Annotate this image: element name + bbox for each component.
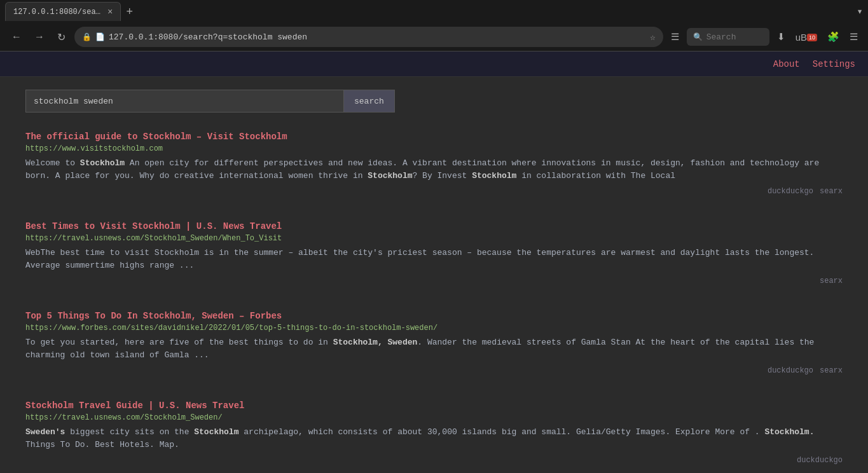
result-title[interactable]: Top 5 Things To Do In Stockholm, Sweden …	[25, 311, 843, 321]
about-nav-link[interactable]: About	[773, 59, 800, 69]
back-button[interactable]: ←	[8, 29, 25, 45]
source-tag[interactable]: searx	[820, 366, 843, 375]
result-snippet: Sweden's biggest city sits on the Stockh…	[25, 426, 843, 451]
address-bar-row: ← → ↻ 🔒 📄 ☆ ☰ 🔍 ⬇ uB10 🧩 ☰	[0, 23, 868, 51]
download-button[interactable]: ⬇	[775, 29, 788, 45]
settings-nav-link[interactable]: Settings	[813, 59, 855, 69]
extensions-button[interactable]: 🧩	[825, 29, 842, 45]
browser-search-input[interactable]	[706, 32, 757, 42]
result-title[interactable]: Stockholm Travel Guide | U.S. News Trave…	[25, 401, 843, 411]
result-item: Top 5 Things To Do In Stockholm, Sweden …	[25, 311, 843, 375]
source-tag[interactable]: searx	[820, 187, 843, 196]
menu-button[interactable]: ☰	[847, 29, 860, 45]
result-url: https://www.visitstockholm.com	[25, 144, 843, 153]
tab-bar: 127.0.0.1:8080/search × + ▾	[0, 0, 868, 23]
ublock-badge: 10	[807, 34, 817, 41]
result-url: https://travel.usnews.com/Stockholm_Swed…	[25, 234, 843, 243]
result-item: The official guide to Stockholm – Visit …	[25, 132, 843, 196]
result-title[interactable]: The official guide to Stockholm – Visit …	[25, 132, 843, 142]
reload-button[interactable]: ↻	[53, 29, 69, 46]
source-tag[interactable]: duckduckgo	[768, 366, 813, 375]
results-list: The official guide to Stockholm – Visit …	[25, 132, 843, 473]
source-tag[interactable]: duckduckgo	[797, 456, 843, 465]
main-content: search The official guide to Stockholm –…	[0, 77, 868, 473]
tab-controls: ▾	[857, 5, 863, 18]
reader-view-button[interactable]: ☰	[668, 29, 682, 45]
address-bar[interactable]: 🔒 📄 ☆	[74, 27, 663, 47]
search-magnifier-icon: 🔍	[693, 32, 703, 42]
result-snippet: Welcome to Stockholm An open city for di…	[25, 157, 843, 182]
result-sources: duckduckgosearx	[25, 366, 843, 375]
search-button[interactable]: search	[343, 90, 395, 113]
new-tab-button[interactable]: +	[121, 5, 138, 18]
tab-title: 127.0.0.1:8080/search	[13, 8, 102, 17]
result-sources: searx	[25, 277, 843, 285]
lock-icon: 🔒	[82, 32, 92, 42]
search-input[interactable]	[25, 90, 343, 113]
app-nav-bar: About Settings	[0, 51, 868, 77]
browser-actions: ☰ 🔍 ⬇ uB10 🧩 ☰	[668, 28, 860, 46]
active-tab[interactable]: 127.0.0.1:8080/search ×	[5, 2, 121, 21]
result-url: https://www.forbes.com/sites/davidnikel/…	[25, 324, 843, 332]
result-sources: duckduckgo	[25, 456, 843, 465]
result-snippet: WebThe best time to visit Stockholm is i…	[25, 247, 843, 271]
browser-search-box[interactable]: 🔍	[687, 28, 769, 46]
forward-button[interactable]: →	[31, 29, 48, 45]
source-tag[interactable]: duckduckgo	[768, 187, 813, 196]
source-tag[interactable]: searx	[820, 277, 843, 285]
result-url: https://travel.usnews.com/Stockholm_Swed…	[25, 413, 843, 422]
address-input[interactable]	[109, 32, 646, 42]
result-item: Stockholm Travel Guide | U.S. News Trave…	[25, 401, 843, 465]
page-icon: 📄	[95, 32, 105, 42]
ublock-button[interactable]: uB10	[793, 29, 820, 45]
result-snippet: To get you started, here are five of the…	[25, 336, 843, 361]
search-bar-row: search	[25, 90, 843, 113]
result-title[interactable]: Best Times to Visit Stockholm | U.S. New…	[25, 221, 843, 231]
bookmark-star-icon[interactable]: ☆	[650, 32, 655, 43]
tab-close-button[interactable]: ×	[107, 8, 113, 17]
result-item: Best Times to Visit Stockholm | U.S. New…	[25, 221, 843, 285]
result-sources: duckduckgosearx	[25, 187, 843, 196]
browser-chrome: 127.0.0.1:8080/search × + ▾ ← → ↻ 🔒 📄 ☆ …	[0, 0, 868, 51]
